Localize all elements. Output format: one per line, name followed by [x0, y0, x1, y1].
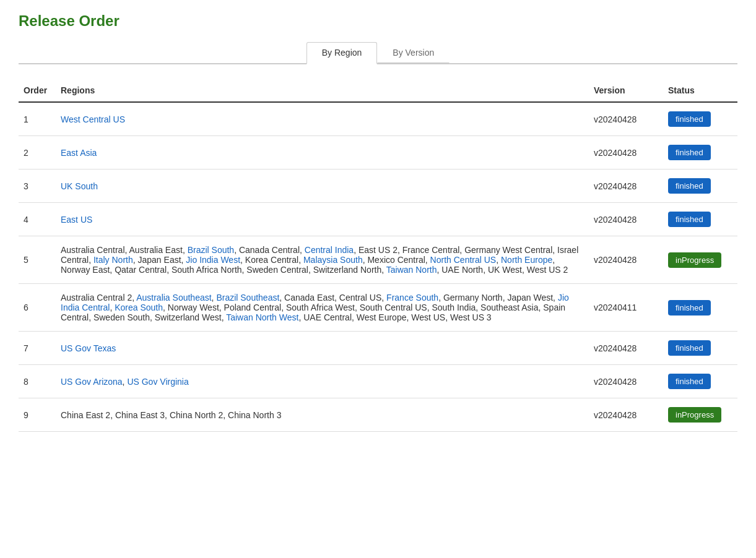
region-link[interactable]: UK South: [61, 181, 98, 191]
cell-version: v20240428: [589, 170, 663, 203]
status-badge: finished: [668, 300, 711, 315]
cell-version: v20240428: [589, 236, 663, 284]
cell-order: 9: [19, 398, 56, 432]
release-order-table: Order Regions Version Status 1West Centr…: [19, 79, 737, 432]
cell-status: finished: [663, 332, 737, 365]
page-title: Release Order: [19, 12, 737, 30]
cell-status: inProgress: [663, 398, 737, 432]
table-row: 2East Asiav20240428finished: [19, 136, 737, 170]
cell-version: v20240428: [589, 365, 663, 398]
status-badge: finished: [668, 374, 711, 389]
region-text: China East 2, China East 3, China North …: [61, 410, 281, 420]
cell-status: finished: [663, 170, 737, 203]
region-link[interactable]: Malaysia South: [303, 255, 363, 265]
region-text: , Korea Central,: [240, 255, 303, 265]
region-link[interactable]: Brazil Southeast: [216, 293, 279, 303]
cell-status: finished: [663, 284, 737, 332]
table-row: 7US Gov Texasv20240428finished: [19, 332, 737, 365]
region-link[interactable]: Australia Southeast: [136, 293, 211, 303]
region-text: , UAE North, UK West, West US 2: [437, 265, 568, 275]
cell-regions: US Gov Arizona, US Gov Virginia: [56, 365, 589, 398]
col-header-status: Status: [663, 79, 737, 102]
region-link[interactable]: US Gov Virginia: [127, 377, 188, 387]
cell-regions: Australia Central, Australia East, Brazi…: [56, 236, 589, 284]
region-link[interactable]: East Asia: [61, 148, 97, 158]
region-link[interactable]: Central India: [305, 245, 354, 255]
region-link[interactable]: Italy North: [93, 255, 133, 265]
cell-version: v20240428: [589, 332, 663, 365]
region-text: , Germany North, Japan West,: [438, 293, 558, 303]
status-badge: inProgress: [668, 407, 721, 423]
region-text: , Japan East,: [133, 255, 186, 265]
cell-status: finished: [663, 365, 737, 398]
cell-order: 1: [19, 102, 56, 136]
region-text: Australia Central: [61, 245, 125, 255]
status-badge: finished: [668, 212, 711, 227]
cell-regions: West Central US: [56, 102, 589, 136]
status-badge: finished: [668, 111, 711, 127]
status-badge: inProgress: [668, 252, 721, 268]
table-row: 4East USv20240428finished: [19, 203, 737, 236]
region-text: , Canada Central,: [234, 245, 305, 255]
region-link[interactable]: France South: [386, 293, 438, 303]
tab-by-version[interactable]: By Version: [377, 42, 450, 63]
cell-regions: East Asia: [56, 136, 589, 170]
cell-order: 7: [19, 332, 56, 365]
region-text: , Canada East, Central US,: [279, 293, 386, 303]
region-link[interactable]: North Europe: [501, 255, 552, 265]
table-row: 3UK Southv20240428finished: [19, 170, 737, 203]
release-order-table-container: Order Regions Version Status 1West Centr…: [19, 79, 737, 432]
cell-regions: Australia Central 2, Australia Southeast…: [56, 284, 589, 332]
cell-order: 6: [19, 284, 56, 332]
col-header-version: Version: [589, 79, 663, 102]
col-header-regions: Regions: [56, 79, 589, 102]
cell-status: finished: [663, 102, 737, 136]
cell-order: 4: [19, 203, 56, 236]
table-row: 9China East 2, China East 3, China North…: [19, 398, 737, 432]
region-text: ,: [496, 255, 501, 265]
cell-version: v20240428: [589, 203, 663, 236]
region-link[interactable]: Brazil South: [188, 245, 234, 255]
cell-version: v20240428: [589, 398, 663, 432]
region-link[interactable]: East US: [61, 215, 92, 225]
status-badge: finished: [668, 340, 711, 356]
region-link[interactable]: North Central US: [430, 255, 497, 265]
region-text: , Mexico Central,: [363, 255, 430, 265]
region-link[interactable]: US Gov Texas: [61, 343, 116, 353]
region-link[interactable]: Taiwan North West: [226, 312, 298, 322]
cell-version: v20240428: [589, 102, 663, 136]
cell-regions: UK South: [56, 170, 589, 203]
region-text: , UAE Central, West Europe, West US, Wes…: [298, 312, 491, 322]
cell-order: 3: [19, 170, 56, 203]
table-row: 8US Gov Arizona, US Gov Virginiav2024042…: [19, 365, 737, 398]
status-badge: finished: [668, 178, 711, 194]
region-text: ,: [110, 303, 115, 312]
cell-regions: China East 2, China East 3, China North …: [56, 398, 589, 432]
table-row: 1West Central USv20240428finished: [19, 102, 737, 136]
cell-version: v20240411: [589, 284, 663, 332]
tab-bar: By Region By Version: [19, 42, 737, 64]
cell-order: 5: [19, 236, 56, 284]
region-link[interactable]: Jio India West: [186, 255, 240, 265]
cell-version: v20240428: [589, 136, 663, 170]
cell-status: inProgress: [663, 236, 737, 284]
region-text: Australia Central 2: [61, 293, 132, 303]
region-link[interactable]: US Gov Arizona: [61, 377, 123, 387]
region-link[interactable]: Taiwan North: [386, 265, 437, 275]
region-link[interactable]: Korea South: [115, 303, 163, 312]
cell-order: 2: [19, 136, 56, 170]
col-header-order: Order: [19, 79, 56, 102]
tab-by-region[interactable]: By Region: [306, 42, 378, 64]
region-link[interactable]: West Central US: [61, 114, 125, 124]
cell-order: 8: [19, 365, 56, 398]
region-text: , Australia East,: [125, 245, 188, 255]
cell-regions: US Gov Texas: [56, 332, 589, 365]
table-row: 6Australia Central 2, Australia Southeas…: [19, 284, 737, 332]
cell-status: finished: [663, 203, 737, 236]
status-badge: finished: [668, 145, 711, 160]
cell-status: finished: [663, 136, 737, 170]
cell-regions: East US: [56, 203, 589, 236]
table-row: 5Australia Central, Australia East, Braz…: [19, 236, 737, 284]
